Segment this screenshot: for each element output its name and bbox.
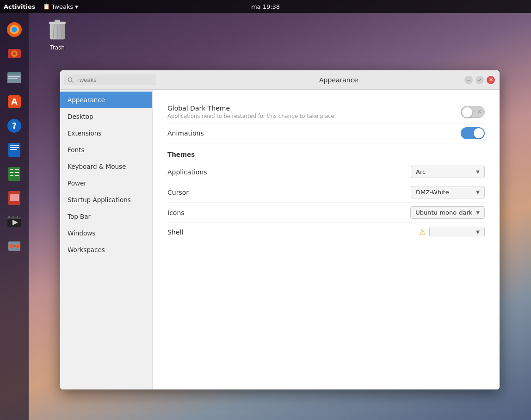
svg-rect-30 [12, 216, 14, 218]
svg-rect-23 [10, 175, 13, 176]
themes-header: Themes [167, 151, 485, 158]
dock-item-impress[interactable] [3, 187, 25, 209]
sidebar-item-desktop[interactable]: Desktop [60, 108, 152, 125]
svg-point-34 [9, 244, 13, 248]
applications-value: Arc [416, 168, 426, 175]
sidebar-item-workspaces[interactable]: Workspaces [60, 241, 152, 258]
svg-rect-22 [15, 172, 19, 173]
content-area: Global Dark Theme Applications need to b… [153, 90, 500, 389]
svg-rect-8 [8, 76, 20, 77]
sidebar-item-extensions[interactable]: Extensions [60, 125, 152, 142]
titlebar-left [60, 74, 213, 85]
dock-item-calc[interactable] [3, 163, 25, 185]
svg-rect-18 [8, 167, 20, 181]
activities-button[interactable]: Activities [4, 3, 36, 10]
icons-row: Icons Ubuntu-mono-dark ▼ [167, 203, 485, 223]
window-titlebar: Appearance – ⤢ ✕ [60, 70, 500, 90]
cursor-value: DMZ-White [416, 189, 449, 196]
animations-title: Animations [167, 130, 204, 137]
maximize-button[interactable]: ⤢ [475, 76, 484, 84]
cursor-dropdown-arrow: ▼ [476, 190, 480, 195]
svg-rect-19 [10, 169, 13, 170]
svg-point-2 [12, 27, 17, 32]
dock-item-video[interactable] [3, 211, 25, 233]
trash-desktop[interactable]: Trash [46, 17, 68, 51]
clock: ma 19:38 [251, 3, 280, 10]
dock-item-files[interactable] [3, 67, 25, 89]
svg-rect-36 [13, 245, 16, 247]
trash-icon [46, 17, 68, 43]
window-body: Appearance Desktop Extensions Fonts Keyb… [60, 90, 500, 389]
shell-dropdown[interactable]: ▼ [429, 227, 485, 237]
dock-item-writer[interactable] [3, 139, 25, 161]
animations-row: Animations [167, 124, 485, 143]
applications-row: Applications Arc ▼ [167, 162, 485, 182]
shell-row-right: ⚠ ▼ [419, 227, 485, 237]
cursor-label: Cursor [167, 189, 189, 196]
animations-knob [474, 128, 484, 138]
sidebar-item-fonts[interactable]: Fonts [60, 142, 152, 158]
trash-label: Trash [50, 44, 65, 51]
sidebar-item-power[interactable]: Power [60, 175, 152, 191]
sidebar: Appearance Desktop Extensions Fonts Keyb… [60, 90, 153, 389]
svg-text:A: A [11, 97, 18, 106]
tweaks-menu-arrow: ▾ [75, 3, 78, 10]
shell-row: Shell ⚠ ▼ [167, 223, 485, 241]
global-dark-theme-title: Global Dark Theme [167, 105, 336, 112]
svg-rect-40 [55, 20, 60, 22]
svg-rect-29 [8, 216, 10, 218]
svg-text:?: ? [12, 121, 17, 130]
cursor-row: Cursor DMZ-White ▼ [167, 182, 485, 203]
dock-item-appstore[interactable]: A [3, 91, 25, 113]
svg-rect-21 [10, 172, 13, 173]
global-dark-theme-row: Global Dark Theme Applications need to b… [167, 101, 485, 124]
svg-line-45 [72, 81, 73, 82]
global-dark-theme-label-wrap: Global Dark Theme Applications need to b… [167, 105, 336, 119]
dock: A ? [0, 13, 29, 420]
sidebar-item-keyboard-mouse[interactable]: Keyboard & Mouse [60, 158, 152, 175]
dock-item-sound[interactable] [3, 43, 25, 65]
animations-toggle[interactable] [461, 127, 485, 139]
search-box[interactable] [64, 74, 156, 85]
minimize-button[interactable]: – [464, 76, 473, 84]
global-dark-theme-toggle[interactable]: ✕ [461, 106, 485, 118]
svg-rect-20 [15, 169, 19, 170]
svg-rect-16 [10, 147, 19, 148]
close-button[interactable]: ✕ [487, 76, 495, 84]
sidebar-item-top-bar[interactable]: Top Bar [60, 208, 152, 225]
dock-item-help[interactable]: ? [3, 115, 25, 137]
sidebar-item-windows[interactable]: Windows [60, 225, 152, 241]
icons-dropdown[interactable]: Ubuntu-mono-dark ▼ [410, 206, 485, 219]
toggle-knob [462, 107, 472, 117]
window-title: Appearance [213, 76, 464, 84]
applications-label: Applications [167, 168, 207, 176]
svg-rect-26 [10, 194, 19, 201]
svg-rect-15 [10, 145, 19, 146]
search-icon [68, 77, 74, 83]
shell-dropdown-arrow: ▼ [476, 229, 480, 235]
svg-point-35 [16, 244, 19, 248]
svg-rect-9 [8, 78, 18, 79]
svg-rect-24 [15, 175, 19, 176]
applications-dropdown[interactable]: Arc ▼ [411, 166, 485, 178]
svg-rect-31 [17, 216, 18, 218]
dock-item-tools[interactable] [3, 235, 25, 257]
sidebar-item-startup-applications[interactable]: Startup Applications [60, 191, 152, 208]
sidebar-item-appearance[interactable]: Appearance [60, 92, 152, 108]
icons-value: Ubuntu-mono-dark [415, 209, 472, 216]
icons-dropdown-arrow: ▼ [476, 210, 480, 215]
svg-point-44 [68, 78, 72, 81]
global-dark-theme-subtitle: Applications need to be restarted for th… [167, 113, 336, 119]
applications-dropdown-arrow: ▼ [476, 169, 480, 174]
tweaks-window: Appearance – ⤢ ✕ Appearance Desktop Exte… [60, 70, 500, 389]
shell-warning-icon: ⚠ [419, 228, 426, 236]
icons-label: Icons [167, 209, 185, 216]
tweaks-menu-label: Tweaks [52, 3, 74, 10]
search-input[interactable] [76, 76, 153, 83]
shell-label: Shell [167, 229, 183, 236]
tweaks-menu[interactable]: 📋 Tweaks ▾ [43, 3, 78, 10]
tweaks-menu-icon: 📋 [43, 3, 50, 10]
titlebar-controls: – ⤢ ✕ [464, 76, 500, 84]
cursor-dropdown[interactable]: DMZ-White ▼ [411, 186, 485, 198]
dock-item-firefox[interactable] [3, 19, 25, 41]
